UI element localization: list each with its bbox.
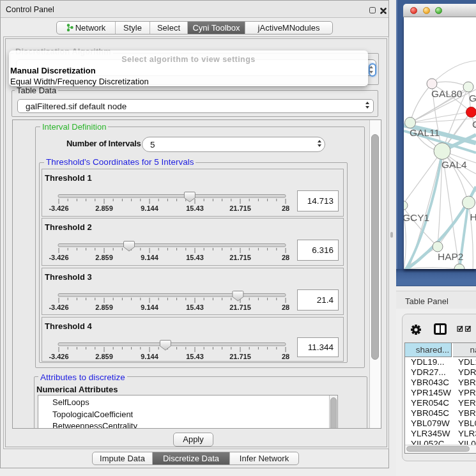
svg-text:GA: GA <box>469 93 476 104</box>
svg-text:GCY1: GCY1 <box>404 212 429 223</box>
svg-text:HAP2: HAP2 <box>438 251 464 262</box>
svg-text:GA: GA <box>472 119 476 130</box>
svg-text:GAL80: GAL80 <box>431 88 463 99</box>
svg-text:HI: HI <box>470 211 476 222</box>
svg-text:GAL11: GAL11 <box>410 127 440 138</box>
svg-text:GAL4: GAL4 <box>441 159 467 170</box>
